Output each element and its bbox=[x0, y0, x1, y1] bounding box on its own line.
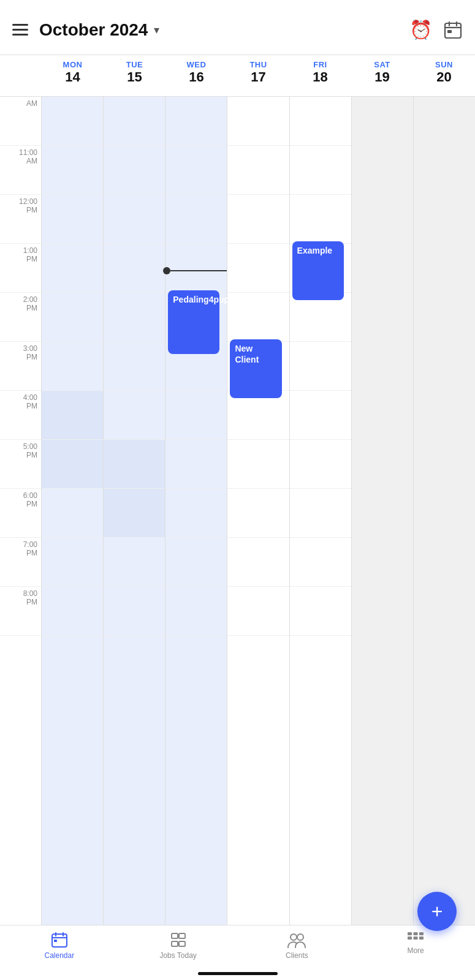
day-headers: MON 14 TUE 15 WED 16 THU 17 FRI 18 SAT 1… bbox=[0, 55, 475, 97]
home-indicator bbox=[198, 972, 278, 975]
day-col-fri: Example bbox=[290, 97, 352, 944]
jobs-today-nav-icon bbox=[170, 932, 187, 949]
dropdown-arrow-icon: ▾ bbox=[154, 23, 159, 37]
calendar-view-icon[interactable] bbox=[443, 20, 463, 40]
day-col-tue bbox=[104, 97, 165, 944]
svg-rect-16 bbox=[408, 932, 412, 935]
nav-jobs-today-label: Jobs Today bbox=[159, 951, 197, 960]
nav-calendar[interactable]: Calendar bbox=[0, 932, 119, 960]
day-col-sun bbox=[414, 97, 475, 944]
calendar-body: AM 11:00AM 12:00PM 1:00PM 2:00PM 3:00PM … bbox=[0, 97, 475, 944]
menu-icon[interactable] bbox=[12, 24, 28, 36]
timeslot-4pm: 4:00PM bbox=[0, 391, 41, 440]
nav-jobs-today[interactable]: Jobs Today bbox=[119, 932, 238, 960]
timeslot-2pm: 2:00PM bbox=[0, 293, 41, 342]
day-header-fri[interactable]: FRI 18 bbox=[289, 55, 351, 96]
day-col-wed: Pedaling4pups bbox=[165, 97, 227, 944]
svg-point-14 bbox=[291, 934, 297, 940]
svg-rect-20 bbox=[414, 937, 418, 940]
timeslot-am: AM bbox=[0, 97, 41, 146]
svg-rect-13 bbox=[179, 941, 185, 946]
timeslot-6pm: 6:00PM bbox=[0, 489, 41, 538]
svg-rect-9 bbox=[54, 940, 57, 942]
day-col-mon bbox=[42, 97, 104, 944]
timeslot-11am: 11:00AM bbox=[0, 146, 41, 195]
month-title: October 2024 bbox=[39, 20, 148, 40]
header: October 2024 ▾ ⏰ bbox=[0, 0, 475, 55]
svg-rect-11 bbox=[179, 933, 185, 938]
plus-icon: + bbox=[431, 900, 443, 923]
time-indicator-dot bbox=[163, 267, 170, 274]
day-header-sun[interactable]: SUN 20 bbox=[413, 55, 475, 96]
current-time-indicator bbox=[163, 267, 227, 274]
nav-clients[interactable]: Clients bbox=[238, 932, 357, 960]
time-indicator-line bbox=[170, 270, 227, 271]
event-pedaling4pups[interactable]: Pedaling4pups bbox=[168, 290, 219, 354]
grid-area: Pedaling4pups New Client bbox=[42, 97, 475, 944]
svg-rect-18 bbox=[419, 932, 424, 935]
clients-nav-icon bbox=[287, 932, 306, 949]
nav-calendar-label: Calendar bbox=[45, 951, 75, 960]
timeslot-1pm: 1:00PM bbox=[0, 244, 41, 293]
add-event-fab[interactable]: + bbox=[417, 892, 457, 931]
timeslot-5pm: 5:00PM bbox=[0, 440, 41, 489]
more-nav-icon bbox=[407, 932, 424, 944]
nav-more[interactable]: More bbox=[356, 932, 475, 955]
timeslot-3pm: 3:00PM bbox=[0, 342, 41, 391]
time-gutter-header bbox=[0, 55, 42, 96]
event-example[interactable]: Example bbox=[292, 241, 344, 300]
svg-rect-19 bbox=[408, 937, 412, 940]
header-left: October 2024 ▾ bbox=[12, 20, 159, 40]
calendar-nav-icon bbox=[51, 932, 68, 949]
svg-rect-4 bbox=[447, 30, 452, 33]
day-header-sat[interactable]: SAT 19 bbox=[351, 55, 413, 96]
day-header-thu[interactable]: THU 17 bbox=[227, 55, 289, 96]
day-header-mon[interactable]: MON 14 bbox=[42, 55, 104, 96]
day-col-sat bbox=[352, 97, 414, 944]
svg-rect-21 bbox=[419, 937, 424, 940]
svg-rect-10 bbox=[172, 933, 178, 938]
nav-clients-label: Clients bbox=[286, 951, 308, 960]
timeslot-7pm: 7:00PM bbox=[0, 538, 41, 587]
event-new-client[interactable]: New Client bbox=[230, 339, 281, 398]
timeslot-8pm: 8:00PM bbox=[0, 587, 41, 636]
timeslot-12pm: 12:00PM bbox=[0, 195, 41, 244]
svg-rect-17 bbox=[414, 932, 418, 935]
time-column: AM 11:00AM 12:00PM 1:00PM 2:00PM 3:00PM … bbox=[0, 97, 42, 944]
svg-rect-12 bbox=[172, 941, 178, 946]
month-selector[interactable]: October 2024 ▾ bbox=[39, 20, 159, 40]
day-header-wed[interactable]: WED 16 bbox=[165, 55, 227, 96]
header-right: ⏰ bbox=[409, 19, 463, 40]
nav-more-label: More bbox=[407, 946, 424, 955]
alarm-icon[interactable]: ⏰ bbox=[409, 19, 432, 40]
bottom-nav: Calendar Jobs Today Clients bbox=[0, 925, 475, 980]
day-col-thu: New Client bbox=[227, 97, 289, 944]
svg-rect-0 bbox=[445, 23, 461, 38]
svg-point-15 bbox=[297, 934, 303, 940]
day-header-tue[interactable]: TUE 15 bbox=[104, 55, 165, 96]
